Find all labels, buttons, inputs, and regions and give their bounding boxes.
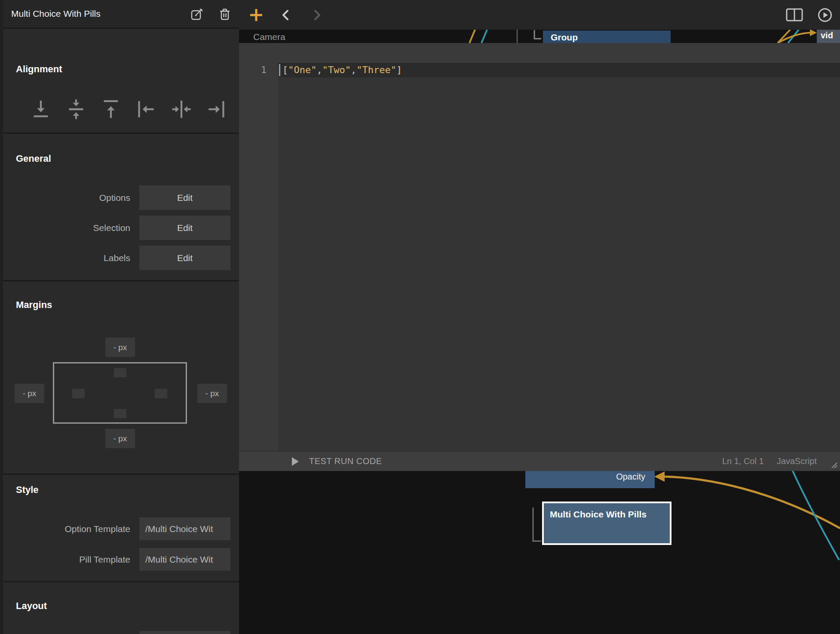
margin-left-handle[interactable]: [72, 389, 85, 398]
divider: [0, 280, 239, 281]
test-run-code-button[interactable]: TEST RUN CODE: [291, 452, 382, 471]
margin-right-handle[interactable]: [155, 389, 167, 398]
node-opacity-label: Opacity: [616, 472, 645, 482]
node-vid[interactable]: vid: [817, 28, 840, 44]
language-indicator[interactable]: JavaScript: [777, 456, 817, 466]
margin-bottom-button[interactable]: - px: [105, 429, 135, 448]
run-label: TEST RUN CODE: [309, 456, 382, 466]
section-heading-style: Style: [16, 484, 39, 496]
node-vid-label: vid: [821, 31, 833, 40]
play-button[interactable]: [818, 8, 832, 22]
margins-preview-box: [53, 362, 187, 424]
inspector-sidebar: Multi Choice With Pills Alignment: [0, 0, 239, 634]
section-heading-general: General: [16, 153, 51, 164]
node-multi-choice-with-pills-selected[interactable]: Multi Choice With Pills: [542, 502, 671, 545]
margin-top-handle[interactable]: [114, 368, 126, 377]
back-button[interactable]: [280, 9, 291, 21]
node-group-label: Group: [551, 32, 578, 42]
margin-top-button[interactable]: - px: [105, 338, 135, 357]
labels-label: Labels: [0, 246, 130, 270]
split-view-button[interactable]: [786, 8, 803, 22]
selection-edit-button[interactable]: Edit: [139, 215, 230, 240]
option-template-label: Option Template: [0, 517, 130, 540]
patch-graph-area: Camera Group vid Opacity Multi: [239, 0, 840, 634]
sidebar-edge: [0, 0, 3, 634]
sidebar-header: Multi Choice With Pills: [0, 0, 239, 28]
text-caret: [279, 64, 280, 76]
forward-button[interactable]: [311, 9, 322, 21]
run-play-icon: [291, 456, 300, 467]
section-heading-margins: Margins: [16, 299, 52, 311]
resize-grip[interactable]: [828, 459, 838, 469]
divider: [0, 474, 239, 475]
align-top-icon[interactable]: [101, 99, 120, 120]
graph-toolbar: [239, 0, 840, 30]
section-heading-alignment: Alignment: [16, 64, 62, 75]
code-line-text: ["One","Two","Three"]: [282, 63, 402, 77]
section-heading-layout: Layout: [16, 600, 47, 612]
current-line: ["One","Two","Three"]: [278, 63, 840, 77]
add-patch-button[interactable]: [249, 8, 263, 22]
line-number: 1: [239, 63, 267, 77]
cursor-position: Ln 1, Col 1: [722, 456, 764, 466]
margin-left-button[interactable]: - px: [15, 384, 44, 403]
options-edit-button[interactable]: Edit: [139, 185, 230, 210]
margin-right-button[interactable]: - px: [197, 384, 227, 403]
layout-partial-button[interactable]: [139, 631, 230, 634]
patch-title: Multi Choice With Pills: [11, 0, 101, 28]
edit-patch-icon[interactable]: [191, 8, 204, 21]
code-input-area[interactable]: ["One","Two","Three"]: [278, 63, 840, 451]
options-label: Options: [0, 185, 130, 210]
editor-status-bar: TEST RUN CODE Ln 1, Col 1 JavaScript: [239, 451, 840, 471]
margin-bottom-handle[interactable]: [114, 409, 126, 418]
align-left-icon[interactable]: [137, 99, 156, 120]
delete-patch-icon[interactable]: [218, 8, 231, 21]
align-vertical-center-icon[interactable]: [67, 99, 86, 120]
align-bottom-icon[interactable]: [31, 99, 50, 120]
node-multi-choice-label: Multi Choice With Pills: [550, 509, 647, 519]
divider: [0, 581, 239, 582]
pill-template-label: Pill Template: [0, 548, 130, 571]
divider: [0, 132, 239, 134]
pill-template-value[interactable]: /Multi Choice Wit: [139, 548, 230, 571]
align-right-icon[interactable]: [207, 99, 226, 120]
labels-edit-button[interactable]: Edit: [139, 246, 230, 270]
code-editor-popover: 1 ["One","Two","Three"] TEST RUN CODE Ln…: [239, 43, 840, 471]
divider: [0, 28, 239, 29]
option-template-value[interactable]: /Multi Choice Wit: [139, 517, 230, 540]
selection-label: Selection: [0, 215, 130, 240]
align-horizontal-center-icon[interactable]: [172, 99, 191, 120]
